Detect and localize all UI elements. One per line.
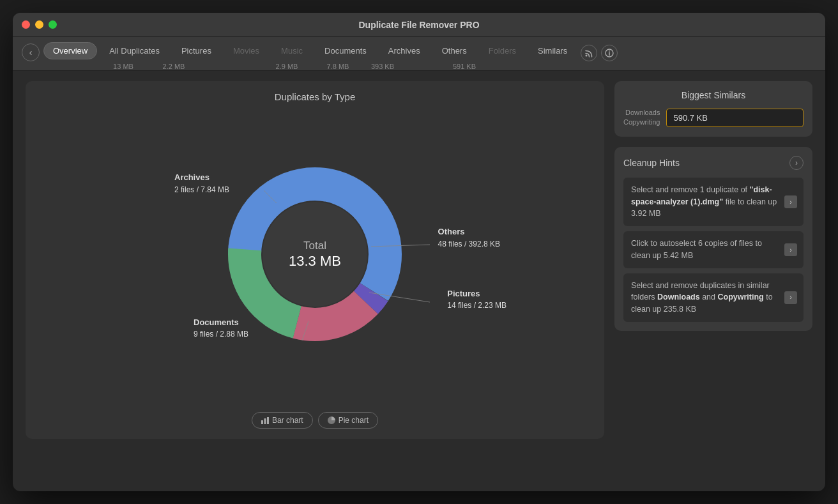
hint-text-1: Select and remove 1 duplicate of "disk-s… [631, 185, 777, 218]
hint-item-2[interactable]: Click to autoselect 6 copies of files to… [623, 231, 804, 268]
documents-label: Documents 9 files / 2.88 MB [194, 316, 248, 340]
biggest-similars-section: Biggest Similars DownloadsCopywriting 59… [614, 81, 812, 137]
hint-arrow-1[interactable]: › [784, 195, 797, 208]
bar-chart-label: Bar chart [272, 416, 303, 425]
tab-all-duplicates[interactable]: All Duplicates [100, 42, 169, 59]
tab-size-music [230, 63, 258, 70]
close-button[interactable] [22, 20, 30, 29]
cleanup-hints-title: Cleanup Hints [623, 158, 680, 168]
back-button[interactable]: ‹ [22, 43, 40, 61]
archives-label: Archives 2 files / 7.84 MB [174, 171, 229, 195]
pie-chart-button[interactable]: Pie chart [318, 412, 378, 429]
hint-item-3[interactable]: Select and remove duplicates in similar … [623, 273, 804, 322]
tab-size-similars: 591 KB [442, 63, 487, 70]
tab-size-documents: 2.9 MB [261, 63, 313, 70]
svg-rect-18 [267, 417, 269, 424]
hint-text-3: Select and remove duplicates in similar … [631, 281, 773, 314]
hint-text-2: Click to autoselect 6 copies of files to… [631, 239, 762, 260]
hint-arrow-2[interactable]: › [784, 243, 797, 256]
svg-text:Total: Total [303, 240, 326, 252]
app-window: Duplicate File Remover PRO ‹ Overview Al… [13, 13, 825, 491]
chart-buttons: Bar chart Pie chart [252, 412, 378, 429]
tab-documents[interactable]: Documents [315, 42, 376, 59]
chart-area: Total 13.3 MB Archives 2 files / 7.84 MB… [36, 115, 594, 396]
tab-music[interactable]: Music [271, 42, 312, 59]
svg-text:13.3 MB: 13.3 MB [289, 253, 341, 269]
pictures-label: Pictures 14 files / 2.23 MB [447, 287, 507, 312]
titlebar: Duplicate File Remover PRO [13, 13, 825, 37]
tab-folders[interactable]: Folders [479, 42, 526, 59]
tab-others[interactable]: Others [432, 42, 476, 59]
pie-chart-label: Pie chart [339, 416, 369, 425]
cleanup-header: Cleanup Hints › [623, 156, 804, 170]
tab-size-pictures: 2.2 MB [155, 63, 193, 70]
bar-chart-icon [261, 416, 269, 424]
tab-archives[interactable]: Archives [379, 42, 430, 59]
rss-icon[interactable] [581, 45, 597, 61]
hint-arrow-3[interactable]: › [784, 291, 797, 304]
similars-row: DownloadsCopywriting 590.7 KB [623, 108, 804, 128]
traffic-lights [22, 20, 57, 29]
similars-value: 590.7 KB [666, 109, 804, 127]
toolbar: ‹ Overview All Duplicates Pictures Movie… [13, 37, 825, 71]
tab-similars[interactable]: Similars [528, 42, 577, 59]
tab-size-movies [195, 63, 227, 70]
tabs-container: Overview All Duplicates Pictures Movies … [43, 42, 577, 70]
right-panel: Biggest Similars DownloadsCopywriting 59… [614, 81, 812, 439]
maximize-button[interactable] [49, 20, 57, 29]
svg-point-3 [609, 50, 610, 52]
cleanup-next-button[interactable]: › [789, 156, 804, 170]
tab-sizes: 13 MB 2.2 MB 2.9 MB 7.8 MB 393 KB 591 KB [43, 63, 577, 70]
bar-chart-button[interactable]: Bar chart [252, 412, 313, 429]
tab-size-folders [405, 63, 439, 70]
minimize-button[interactable] [35, 20, 43, 29]
info-icon[interactable] [601, 45, 618, 61]
tab-movies[interactable]: Movies [224, 42, 269, 59]
tab-size-others: 393 KB [363, 63, 402, 70]
biggest-similars-title: Biggest Similars [623, 90, 804, 100]
similars-label: DownloadsCopywriting [623, 108, 660, 128]
toolbar-icons [581, 45, 618, 61]
svg-point-0 [586, 55, 588, 57]
tabs-row: Overview All Duplicates Pictures Movies … [43, 42, 577, 59]
chart-panel: Duplicates by Type [26, 81, 604, 439]
cleanup-hints-section: Cleanup Hints › Select and remove 1 dupl… [614, 147, 812, 331]
tab-size-archives: 7.8 MB [316, 63, 360, 70]
main-content: Duplicates by Type [13, 71, 825, 449]
others-label: Others 48 files / 392.8 KB [438, 225, 500, 250]
pie-chart-icon [328, 416, 335, 424]
svg-rect-16 [261, 420, 263, 424]
tab-pictures[interactable]: Pictures [172, 42, 221, 59]
svg-rect-17 [264, 418, 266, 424]
tab-size-all: 13 MB [95, 63, 152, 70]
hint-item-1[interactable]: Select and remove 1 duplicate of "disk-s… [623, 178, 804, 226]
tab-overview[interactable]: Overview [43, 42, 97, 59]
chart-title: Duplicates by Type [36, 91, 594, 102]
window-title: Duplicate File Remover PRO [358, 20, 479, 30]
